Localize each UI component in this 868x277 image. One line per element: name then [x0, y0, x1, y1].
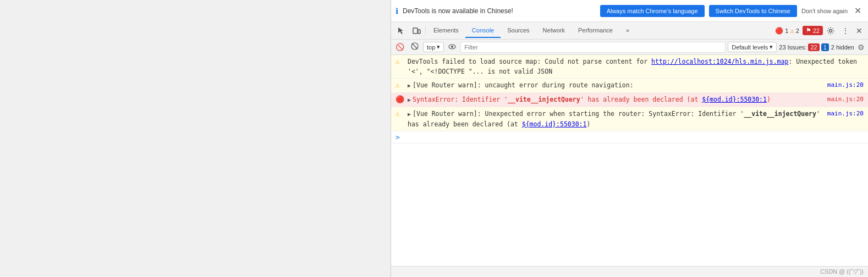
- svg-line-4: [412, 43, 417, 49]
- console-message-text-4: ▶[Vue Router warn]: Unexpected error whe…: [408, 109, 823, 129]
- tab-elements[interactable]: Elements: [427, 24, 465, 38]
- error-circle-icon: 🔴: [775, 27, 783, 35]
- cursor-icon: [397, 26, 405, 35]
- always-match-language-button[interactable]: Always match Chrome's language: [600, 5, 705, 17]
- tab-more[interactable]: »: [619, 24, 636, 38]
- console-settings-button[interactable]: ⚙: [856, 43, 866, 52]
- prompt-arrow-icon: >: [395, 133, 400, 141]
- console-message-4: ⚠ ▶[Vue Router warn]: Unexpected error w…: [391, 107, 868, 131]
- issues-badge[interactable]: ⚑ 22: [803, 26, 823, 35]
- console-message-text-1: DevTools failed to load source map: Coul…: [408, 57, 864, 76]
- error-warning-group: 🔴 1 ⚠ 2: [772, 25, 802, 36]
- svg-point-6: [451, 46, 453, 48]
- dont-show-again-button[interactable]: Don't show again: [801, 8, 848, 14]
- hidden-count-label: 2 hidden: [831, 44, 854, 51]
- issues-count-badge: 22: [813, 27, 820, 34]
- device-toggle-button[interactable]: [409, 24, 424, 37]
- devtools-panel: ℹ DevTools is now available in Chinese! …: [391, 0, 868, 277]
- expand-arrow-2[interactable]: ▶: [408, 82, 411, 88]
- notification-bar: ℹ DevTools is now available in Chinese! …: [391, 0, 868, 22]
- tab-network[interactable]: Network: [536, 24, 572, 38]
- info-icon: ℹ: [395, 7, 398, 15]
- eye-icon: [448, 44, 456, 49]
- notification-text: DevTools is now available in Chinese!: [403, 7, 596, 15]
- more-options-button[interactable]: ⋮: [838, 24, 853, 37]
- warning-icon-2: ⚠: [395, 80, 404, 90]
- console-message-3: 🔴 ▶SyntaxError: Identifier '__vite__inje…: [391, 93, 868, 107]
- close-notification-button[interactable]: ✕: [852, 5, 864, 16]
- close-devtools-button[interactable]: ✕: [853, 24, 866, 37]
- network-hide-icon: [411, 42, 419, 50]
- svg-rect-1: [418, 30, 420, 34]
- status-bar: CSDN @ (( ̄▽ ̄)): [391, 266, 868, 277]
- console-message-2: ⚠ ▶[Vue Router warn]: uncaught error dur…: [391, 79, 868, 93]
- browser-page: [0, 0, 391, 277]
- issues-info-badge: 1: [821, 43, 829, 51]
- console-prompt-line[interactable]: >: [391, 131, 868, 143]
- expand-arrow-3[interactable]: ▶: [408, 97, 411, 103]
- console-message-text-2: ▶[Vue Router warn]: uncaught error durin…: [408, 80, 823, 91]
- tab-separator: [425, 26, 426, 35]
- settings-button[interactable]: [823, 24, 838, 37]
- eye-button[interactable]: [446, 42, 458, 52]
- clear-console-button[interactable]: 🚫: [393, 42, 406, 52]
- inspect-element-button[interactable]: [393, 24, 409, 37]
- chevron-down-icon: ▾: [437, 43, 440, 51]
- issues-flag-icon: ⚑: [806, 27, 811, 34]
- tab-performance[interactable]: Performance: [572, 24, 619, 38]
- devtools-tabs: Elements Console Sources Network Perform…: [391, 22, 868, 40]
- mod-id-link-1[interactable]: ${mod.id}:55030:1: [702, 96, 767, 103]
- gear-icon: [826, 26, 835, 35]
- console-message-text-3: ▶SyntaxError: Identifier '__vite__inject…: [408, 95, 823, 105]
- log-level-selector[interactable]: Default levels ▾: [728, 42, 777, 52]
- log-level-label: Default levels: [732, 44, 768, 51]
- warning-count: 2: [796, 27, 799, 34]
- context-selector[interactable]: top ▾: [423, 42, 444, 52]
- message-source-2[interactable]: main.js:20: [827, 80, 864, 90]
- svg-rect-0: [413, 28, 417, 34]
- issues-error-badge: 22: [808, 43, 819, 51]
- tab-sources[interactable]: Sources: [501, 24, 536, 38]
- mod-id-link-2[interactable]: ${mod.id}:55030:1: [522, 120, 587, 128]
- warning-triangle-icon: ⚠: [790, 27, 794, 35]
- console-toolbar: 🚫 top ▾ Default levels ▾ 23 Issues: 22 1: [391, 40, 868, 55]
- error-count: 1: [785, 27, 788, 34]
- context-label: top: [427, 44, 435, 51]
- source-map-link[interactable]: http://localhost:1024/hls.min.js.map: [651, 58, 788, 65]
- warning-icon-4: ⚠: [395, 109, 404, 119]
- device-icon: [412, 26, 421, 35]
- warning-icon-1: ⚠: [395, 57, 404, 67]
- console-message-1: ⚠ DevTools failed to load source map: Co…: [391, 55, 868, 79]
- filter-input[interactable]: [460, 42, 726, 53]
- chevron-down-icon: ▾: [770, 43, 773, 51]
- csdn-watermark: CSDN @ (( ̄▽ ̄)): [820, 268, 864, 275]
- issues-count-label: 23 Issues: 22 1: [779, 43, 829, 51]
- expand-arrow-4[interactable]: ▶: [408, 111, 411, 117]
- hide-network-button[interactable]: [409, 41, 421, 53]
- tab-console[interactable]: Console: [465, 24, 501, 38]
- svg-point-2: [829, 29, 832, 32]
- switch-to-chinese-button[interactable]: Switch DevTools to Chinese: [709, 5, 797, 17]
- message-source-3[interactable]: main.js:20: [827, 95, 864, 104]
- console-messages[interactable]: ⚠ DevTools failed to load source map: Co…: [391, 55, 868, 266]
- message-source-4[interactable]: main.js:20: [827, 109, 864, 119]
- error-icon-3: 🔴: [395, 95, 404, 104]
